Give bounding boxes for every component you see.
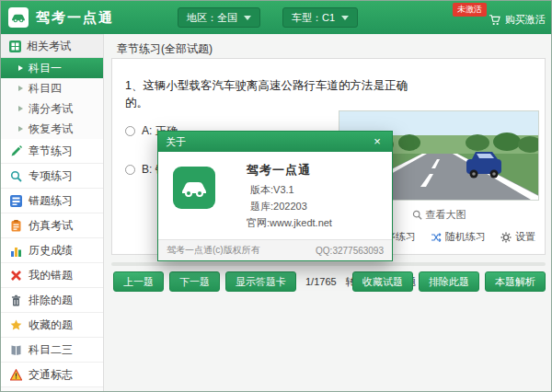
chevron-down-icon xyxy=(244,16,251,20)
app-window: 驾考一点通 地区：全国 车型：C1 未激活 购买激活 相关考试 xyxy=(0,0,552,392)
sidebar-item-label: 我的错题 xyxy=(29,268,73,283)
sidebar-item-kemu1[interactable]: 科目一 xyxy=(1,58,103,78)
shuffle-icon xyxy=(431,233,442,242)
region-dropdown-label: 地区：全国 xyxy=(187,11,237,25)
sidebar: 相关考试 科目一 科目四 满分考试 恢复考试 章节练习 xyxy=(1,34,104,392)
clipboard-icon xyxy=(9,219,22,232)
arrow-right-icon xyxy=(18,65,23,71)
sidebar-item-label: 排除的题 xyxy=(29,293,73,308)
sidebar-item-label: 历史成绩 xyxy=(29,243,73,259)
trash-icon xyxy=(9,294,22,306)
warning-triangle-icon xyxy=(9,368,22,381)
bar-chart-icon xyxy=(9,244,22,257)
car-logo-glyph xyxy=(11,11,26,24)
random-practice-label: 随机练习 xyxy=(445,230,486,244)
sidebar-item-label: 错题练习 xyxy=(29,193,73,209)
red-x-icon xyxy=(9,269,22,282)
about-dialog: 关于 × 驾考一点通 版本:V3.1 题库:202203 官网:www.jked… xyxy=(157,131,393,261)
sidebar-item-label: 恢复考试 xyxy=(29,121,73,137)
random-practice-button[interactable]: 随机练习 xyxy=(431,230,486,244)
answer-card-button[interactable]: 显示答题卡 xyxy=(225,271,296,292)
about-version: 版本:V3.1 xyxy=(250,183,294,197)
favorite-question-button[interactable]: 收藏试题 xyxy=(352,271,413,292)
option-b-radio[interactable] xyxy=(125,165,135,175)
sidebar-item-traffic-signs[interactable]: 交通标志 xyxy=(1,363,103,387)
section-title: 章节练习(全部试题) xyxy=(117,41,213,57)
about-dialog-footer: 驾考一点通(c)版权所有 QQ:3277563093 xyxy=(158,239,392,260)
question-analysis-button[interactable]: 本题解析 xyxy=(485,271,546,292)
cart-icon xyxy=(489,15,500,26)
settings-label: 设置 xyxy=(515,230,535,244)
sidebar-item-label: 专项练习 xyxy=(29,168,73,184)
sidebar-section-label: 相关考试 xyxy=(27,39,71,54)
star-icon xyxy=(9,318,22,331)
buy-activation-label: 购买激活 xyxy=(505,13,546,27)
prev-question-button[interactable]: 上一题 xyxy=(113,271,164,292)
exclude-question-button[interactable]: 排除此题 xyxy=(419,271,479,292)
sidebar-item-chapter-practice[interactable]: 章节练习 xyxy=(1,139,103,164)
about-copyright: 驾考一点通(c)版权所有 xyxy=(167,244,260,257)
close-icon[interactable]: × xyxy=(370,134,385,149)
about-dialog-titlebar: 关于 × xyxy=(158,132,392,152)
sidebar-item-label: 科目一 xyxy=(29,61,62,76)
sidebar-section-related-exams[interactable]: 相关考试 xyxy=(1,34,103,58)
region-dropdown[interactable]: 地区：全国 xyxy=(178,7,260,28)
blue-grid-icon xyxy=(9,194,22,207)
arrow-right-icon xyxy=(18,126,23,132)
sidebar-item-kemu4[interactable]: 科目四 xyxy=(1,78,103,98)
app-title: 驾考一点通 xyxy=(36,9,114,27)
question-progress: 1/1765 xyxy=(305,276,337,287)
magnifier-icon xyxy=(412,210,422,220)
cartype-dropdown[interactable]: 车型：C1 xyxy=(282,7,358,28)
question-text: 1、这辆小型载客汽车驶离高速公路行车道的方法是正确的。 xyxy=(125,77,429,112)
about-dialog-body: 驾考一点通 版本:V3.1 题库:202203 官网:www.jkedt.net xyxy=(158,152,392,240)
sidebar-item-kemu23[interactable]: 科目二三 xyxy=(1,338,103,363)
sidebar-item-mock-exam[interactable]: 仿真考试 xyxy=(1,213,103,238)
view-large-image-label: 查看大图 xyxy=(426,208,466,222)
next-question-button[interactable]: 下一题 xyxy=(169,271,220,292)
pencil-icon xyxy=(9,144,22,157)
sidebar-item-label: 章节练习 xyxy=(29,144,73,159)
sidebar-item-excluded-questions[interactable]: 排除的题 xyxy=(1,288,103,313)
sidebar-item-label: 满分考试 xyxy=(29,101,73,117)
book-icon xyxy=(9,343,22,356)
grid-icon xyxy=(8,40,21,52)
sidebar-item-history-scores[interactable]: 历史成绩 xyxy=(1,238,103,263)
app-logo-icon xyxy=(8,7,29,28)
chevron-down-icon xyxy=(341,16,349,20)
activation-status-badge: 未激活 xyxy=(453,3,487,17)
gear-icon xyxy=(500,232,512,243)
question-actions-row: 收藏试题 排除此题 本题解析 xyxy=(352,271,546,292)
sidebar-item-full-score-exam[interactable]: 满分考试 xyxy=(1,98,103,119)
buy-activation-button[interactable]: 购买激活 xyxy=(489,13,546,27)
arrow-right-icon xyxy=(18,86,23,91)
sidebar-item-wrong-practice[interactable]: 错题练习 xyxy=(1,189,103,213)
magnifier-icon xyxy=(9,169,22,182)
sidebar-item-label: 收藏的题 xyxy=(29,317,73,333)
header-bar: 驾考一点通 地区：全国 车型：C1 未激活 购买激活 xyxy=(1,1,552,34)
scroll-groove[interactable] xyxy=(111,262,546,266)
about-app-name: 驾考一点通 xyxy=(247,162,311,179)
car-logo-glyph xyxy=(180,177,208,199)
sidebar-item-special-practice[interactable]: 专项练习 xyxy=(1,164,103,189)
sidebar-item-label: 科目二三 xyxy=(29,342,73,358)
sidebar-item-label: 交通标志 xyxy=(29,367,73,383)
about-dialog-title: 关于 xyxy=(166,135,186,149)
about-app-icon xyxy=(173,167,215,209)
cartype-dropdown-label: 车型：C1 xyxy=(292,11,335,25)
about-question-bank: 题库:202203 xyxy=(250,200,307,213)
about-website: 官网:www.jkedt.net xyxy=(247,216,332,230)
settings-button[interactable]: 设置 xyxy=(500,230,535,244)
option-a-radio[interactable] xyxy=(125,126,135,136)
sidebar-item-recovery-exam[interactable]: 恢复考试 xyxy=(1,119,103,139)
sidebar-item-label: 仿真考试 xyxy=(29,218,73,234)
about-qq: QQ:3277563093 xyxy=(316,246,384,256)
sidebar-item-my-mistakes[interactable]: 我的错题 xyxy=(1,263,103,288)
sidebar-item-label: 科目四 xyxy=(29,81,62,97)
arrow-right-icon xyxy=(18,106,23,111)
sidebar-item-favorite-questions[interactable]: 收藏的题 xyxy=(1,313,103,338)
